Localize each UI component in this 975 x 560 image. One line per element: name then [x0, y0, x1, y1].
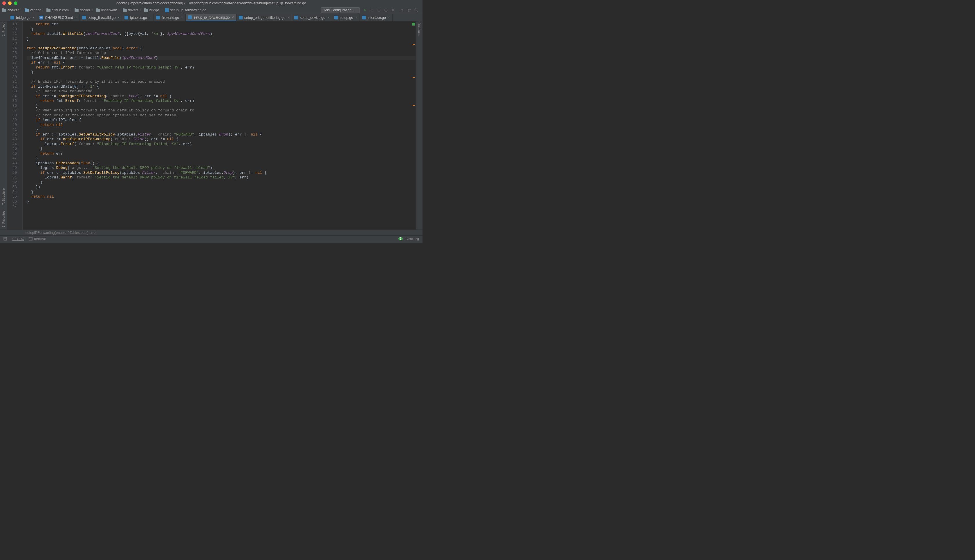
line-number[interactable]: 32 [7, 85, 17, 89]
editor-tab-setup_firewalld.go[interactable]: setup_firewalld.go✕ [80, 14, 122, 21]
coverage-icon[interactable] [377, 8, 381, 12]
editor-tab-iptables.go[interactable]: iptables.go✕ [122, 14, 153, 21]
line-number[interactable]: 56 [7, 199, 17, 204]
breadcrumb-item-setup_ip_forwarding.go[interactable]: setup_ip_forwarding.go [165, 8, 206, 12]
code-line[interactable]: } [27, 103, 415, 108]
line-number[interactable]: 22 [7, 37, 17, 42]
structure-tool-button[interactable]: 7: Structure [2, 188, 5, 205]
close-tab-icon[interactable]: ✕ [327, 16, 329, 19]
close-tab-icon[interactable]: ✕ [32, 16, 35, 19]
minimize-window-button[interactable] [8, 2, 12, 5]
line-number[interactable]: 48 [7, 161, 17, 166]
line-number[interactable]: 28 [7, 65, 17, 70]
line-number[interactable]: 55 [7, 194, 17, 199]
line-number[interactable]: 40 [7, 123, 17, 128]
breadcrumb-item-libnetwork[interactable]: libnetwork [96, 8, 117, 12]
code-line[interactable]: if err := configureIPForwarding( enable:… [27, 94, 415, 99]
line-number[interactable]: 52 [7, 180, 17, 185]
code-line[interactable]: // Enable IPv4 forwarding [27, 89, 415, 94]
code-line[interactable]: ipv4ForwardData, err := ioutil.ReadFile(… [27, 56, 415, 61]
breadcrumb-item-drivers[interactable]: drivers [123, 8, 138, 12]
code-line[interactable]: return nil [27, 194, 415, 199]
line-number[interactable]: 41 [7, 127, 17, 132]
maximize-window-button[interactable] [14, 2, 17, 5]
close-window-button[interactable] [2, 2, 6, 5]
breadcrumb-item-bridge[interactable]: bridge [144, 8, 159, 12]
line-number[interactable]: 42 [7, 132, 17, 137]
profile-icon[interactable] [383, 8, 388, 12]
code-line[interactable]: } [27, 127, 415, 132]
close-tab-icon[interactable]: ✕ [287, 16, 289, 19]
code-line[interactable]: } [27, 70, 415, 75]
line-number[interactable]: 35 [7, 98, 17, 103]
code-line[interactable]: // Enable IPv4 forwarding only if it is … [27, 80, 415, 85]
code-line[interactable]: return fmt.Errorf( format: "Cannot read … [27, 65, 415, 70]
project-tool-button[interactable]: 1: Project [2, 23, 5, 36]
run-configuration-selector[interactable]: Add Configuration... [321, 7, 360, 13]
error-stripe[interactable] [412, 22, 415, 230]
editor-tab-setup.go[interactable]: setup.go✕ [332, 14, 360, 21]
code-line[interactable]: if err := iptables.SetDefaultPolicy(ipta… [27, 132, 415, 137]
line-number[interactable]: 57 [7, 204, 17, 209]
editor-tab-interface.go[interactable]: interface.go✕ [360, 14, 393, 21]
code-line[interactable]: func setupIPForwarding(enableIPTables bo… [27, 46, 415, 51]
code-line[interactable]: return nil [27, 123, 415, 128]
breadcrumb-item-docker[interactable]: docker [2, 8, 19, 12]
close-tab-icon[interactable]: ✕ [117, 16, 120, 19]
event-log-button[interactable]: 1 Event Log [398, 237, 419, 240]
line-number[interactable]: 54 [7, 190, 17, 195]
line-number[interactable]: 33 [7, 89, 17, 94]
vcs-update-icon[interactable] [400, 8, 405, 12]
code-line[interactable]: if err := configureIPForwarding( enable:… [27, 137, 415, 142]
line-number[interactable]: 45 [7, 147, 17, 152]
code-line[interactable]: if err != nil { [27, 60, 415, 65]
code-line[interactable] [27, 75, 415, 80]
line-number[interactable]: 26 [7, 56, 17, 61]
code-line[interactable]: } [27, 180, 415, 185]
database-tool-button[interactable]: Database [418, 23, 421, 36]
line-number[interactable]: 47 [7, 156, 17, 161]
editor-tab-bridge.go[interactable]: bridge.go✕ [8, 14, 37, 21]
code-line[interactable]: logrus.Warnf( format: "Settig the defaul… [27, 175, 415, 180]
warning-marker[interactable] [413, 44, 415, 45]
code-line[interactable]: } [27, 27, 415, 32]
line-number[interactable]: 50 [7, 171, 17, 175]
code-line[interactable]: }) [27, 185, 415, 190]
editor-tab-CHANGELOG.md[interactable]: MDCHANGELOG.md✕ [37, 14, 80, 21]
line-number[interactable]: 24 [7, 46, 17, 51]
code-line[interactable]: return fmt.Errorf( format: "Enabling IP … [27, 98, 415, 103]
code-line[interactable]: return err [27, 22, 415, 27]
breadcrumb-item-vendor[interactable]: vendor [25, 8, 41, 12]
breadcrumb-item-docker[interactable]: docker [75, 8, 90, 12]
code-line[interactable]: // When enabling ip_forward set the defa… [27, 108, 415, 113]
editor-breadcrumb[interactable]: setupIPForwarding(enableIPTables bool) e… [0, 230, 422, 235]
line-number[interactable]: 34 [7, 94, 17, 99]
close-tab-icon[interactable]: ✕ [181, 16, 183, 19]
debug-icon[interactable] [370, 8, 374, 12]
terminal-tool-button[interactable]: Terminal [29, 237, 46, 240]
search-icon[interactable] [414, 8, 418, 12]
line-number[interactable]: 31 [7, 80, 17, 85]
code-line[interactable]: } [27, 156, 415, 161]
structure-icon[interactable] [407, 8, 412, 12]
code-line[interactable] [27, 41, 415, 46]
hide-tool-windows-icon[interactable] [3, 237, 7, 240]
code-line[interactable]: } [27, 147, 415, 152]
warning-marker[interactable] [413, 77, 415, 78]
breadcrumb-item-github.com[interactable]: github.com [47, 8, 69, 12]
close-tab-icon[interactable]: ✕ [75, 16, 77, 19]
line-number[interactable]: 46 [7, 152, 17, 157]
editor-tab-setup_bridgenetfiltering.go[interactable]: setup_bridgenetfiltering.go✕ [237, 14, 292, 21]
line-number[interactable]: 49 [7, 166, 17, 171]
line-number[interactable]: 23 [7, 41, 17, 46]
editor-tab-setup_ip_forwarding.go[interactable]: setup_ip_forwarding.go✕ [186, 14, 237, 21]
line-number[interactable]: 38 [7, 113, 17, 118]
code-line[interactable]: if !enableIPTables { [27, 118, 415, 123]
editor-tab-setup_device.go[interactable]: setup_device.go✕ [292, 14, 332, 21]
code-line[interactable]: } [27, 37, 415, 42]
line-number[interactable]: 19 [7, 22, 17, 27]
code-line[interactable]: if ipv4ForwardData[0] != '1' { [27, 85, 415, 89]
code-line[interactable]: if err := iptables.SetDefaultPolicy(ipta… [27, 171, 415, 175]
code-line[interactable]: iptables.OnReloaded(func() { [27, 161, 415, 166]
close-tab-icon[interactable]: ✕ [355, 16, 357, 19]
